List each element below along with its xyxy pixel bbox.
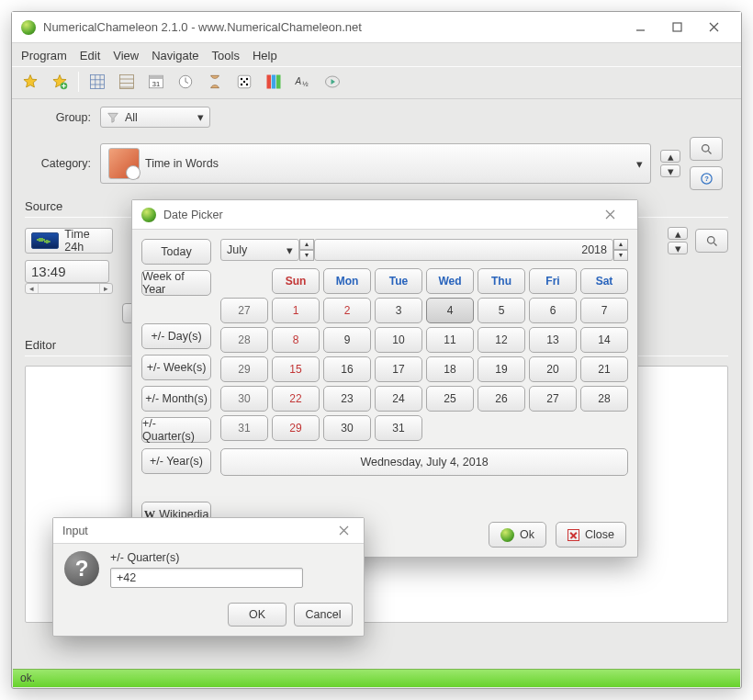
source-down[interactable]: ▾ bbox=[668, 242, 688, 254]
calendar-day[interactable]: 24 bbox=[375, 386, 422, 412]
maximize-button[interactable] bbox=[658, 17, 695, 39]
dice-icon[interactable] bbox=[233, 71, 255, 93]
list-icon[interactable] bbox=[116, 71, 138, 93]
pm-days-button[interactable]: +/- Day(s) bbox=[141, 323, 211, 349]
calendar-day[interactable]: 26 bbox=[478, 386, 525, 412]
clock-icon[interactable] bbox=[174, 71, 197, 93]
time-input[interactable]: 13:49 bbox=[25, 260, 109, 283]
chars-icon[interactable]: A½ bbox=[292, 71, 314, 93]
calendar-day[interactable]: 21 bbox=[580, 356, 628, 382]
calendar-day[interactable]: 31 bbox=[375, 415, 422, 441]
toolbar: 31 A½ bbox=[12, 66, 741, 99]
calendar-day[interactable]: 15 bbox=[272, 356, 320, 382]
svg-point-23 bbox=[707, 236, 714, 243]
calendar-day[interactable]: 8 bbox=[272, 327, 320, 353]
input-cancel-button[interactable]: Cancel bbox=[294, 603, 353, 627]
calendar-day[interactable]: 20 bbox=[529, 356, 577, 382]
input-field[interactable]: +42 bbox=[110, 568, 303, 588]
dow-header: Mon bbox=[323, 268, 371, 294]
hourglass-icon[interactable] bbox=[204, 71, 226, 93]
year-spinner[interactable]: ▴▾ bbox=[613, 239, 628, 261]
pm-weeks-button[interactable]: +/- Week(s) bbox=[141, 355, 211, 380]
calendar-day[interactable]: 10 bbox=[375, 327, 422, 353]
svg-text:?: ? bbox=[704, 175, 709, 183]
palette-icon[interactable] bbox=[263, 71, 285, 93]
calendar-day[interactable]: 9 bbox=[323, 327, 371, 353]
date-picker-ok-button[interactable]: Ok bbox=[489, 522, 546, 548]
source-select[interactable]: Time 24h bbox=[25, 228, 113, 254]
menu-tools[interactable]: Tools bbox=[212, 49, 240, 62]
calendar-day[interactable]: 6 bbox=[529, 298, 577, 323]
calendar-day[interactable]: 30 bbox=[323, 415, 371, 441]
calendar-day[interactable]: 14 bbox=[580, 327, 628, 353]
week-of-year-button[interactable]: Week of Year bbox=[141, 270, 211, 296]
week-number: 27 bbox=[220, 298, 268, 323]
month-select[interactable]: July ▾ bbox=[220, 239, 299, 261]
calendar-day[interactable]: 13 bbox=[529, 327, 577, 353]
input-dialog-close-icon[interactable] bbox=[332, 520, 354, 542]
minimize-button[interactable] bbox=[622, 17, 658, 39]
calendar-day[interactable]: 7 bbox=[580, 298, 628, 323]
category-select[interactable]: Time in Words ▾ bbox=[100, 143, 651, 184]
calendar-grid: SunMonTueWedThuFriSat2712345672889101112… bbox=[220, 268, 628, 441]
calendar-day[interactable]: 19 bbox=[478, 356, 525, 382]
dow-header: Tue bbox=[375, 268, 422, 294]
today-button[interactable]: Today bbox=[141, 239, 211, 265]
menu-help[interactable]: Help bbox=[253, 49, 277, 62]
dow-header: Sun bbox=[272, 268, 320, 294]
play-icon[interactable] bbox=[321, 71, 343, 93]
group-value: All bbox=[125, 111, 138, 124]
menu-navigate[interactable]: Navigate bbox=[152, 49, 198, 62]
menu-program[interactable]: Program bbox=[21, 49, 67, 62]
year-field[interactable]: 2018 bbox=[314, 239, 613, 261]
menu-view[interactable]: View bbox=[113, 49, 139, 62]
calendar-day[interactable]: 11 bbox=[426, 327, 474, 353]
time-scrollbar[interactable]: ◂▸ bbox=[25, 283, 113, 294]
calendar-day[interactable]: 5 bbox=[478, 298, 525, 323]
calendar-day[interactable]: 12 bbox=[478, 327, 525, 353]
input-ok-button[interactable]: OK bbox=[228, 603, 287, 627]
category-down[interactable]: ▾ bbox=[660, 164, 680, 177]
star-icon[interactable] bbox=[19, 71, 41, 93]
category-up[interactable]: ▴ bbox=[660, 150, 680, 163]
pm-quarters-button[interactable]: +/- Quarter(s) bbox=[141, 417, 211, 443]
calendar-day[interactable]: 22 bbox=[272, 386, 320, 412]
calendar-day[interactable]: 1 bbox=[272, 298, 320, 323]
pm-years-button[interactable]: +/- Year(s) bbox=[141, 448, 211, 474]
calendar-day[interactable]: 2 bbox=[323, 298, 371, 323]
date-picker-close-icon[interactable] bbox=[591, 204, 628, 226]
calendar-day[interactable]: 27 bbox=[529, 386, 577, 412]
menu-edit[interactable]: Edit bbox=[80, 49, 100, 62]
calendar-day[interactable]: 23 bbox=[323, 386, 371, 412]
help-button[interactable]: ? bbox=[690, 166, 723, 190]
week-number: 31 bbox=[220, 415, 268, 441]
pm-months-button[interactable]: +/- Month(s) bbox=[141, 386, 211, 412]
group-select[interactable]: All ▾ bbox=[100, 107, 210, 128]
year-value: 2018 bbox=[581, 243, 607, 256]
dow-header: Sat bbox=[580, 268, 628, 294]
date-icon[interactable]: 31 bbox=[145, 71, 167, 93]
calendar-day[interactable]: 28 bbox=[580, 386, 628, 412]
calendar-day[interactable]: 18 bbox=[426, 356, 474, 382]
svg-rect-15 bbox=[272, 75, 276, 89]
calendar-day[interactable]: 16 bbox=[323, 356, 371, 382]
mouth-clock-icon bbox=[108, 148, 140, 179]
chevron-down-icon: ▾ bbox=[636, 157, 643, 171]
close-icon bbox=[568, 529, 579, 541]
calendar-day[interactable]: 17 bbox=[375, 356, 422, 382]
input-value: +42 bbox=[117, 571, 136, 584]
input-prompt: +/- Quarter(s) bbox=[110, 551, 303, 564]
calendar-day[interactable]: 4 bbox=[426, 298, 474, 323]
calendar-day[interactable]: 25 bbox=[426, 386, 474, 412]
date-picker-close-button[interactable]: Close bbox=[556, 522, 626, 548]
source-up[interactable]: ▴ bbox=[668, 227, 688, 240]
star-add-icon[interactable] bbox=[49, 71, 71, 93]
calendar-day[interactable]: 3 bbox=[375, 298, 422, 323]
search-button[interactable] bbox=[690, 137, 723, 161]
source-search-button[interactable] bbox=[695, 229, 728, 253]
close-button[interactable] bbox=[695, 17, 732, 39]
grid-icon[interactable] bbox=[86, 71, 108, 93]
calendar-day[interactable]: 29 bbox=[272, 415, 320, 441]
svg-rect-2 bbox=[91, 75, 105, 89]
month-spinner[interactable]: ▴▾ bbox=[299, 239, 314, 261]
